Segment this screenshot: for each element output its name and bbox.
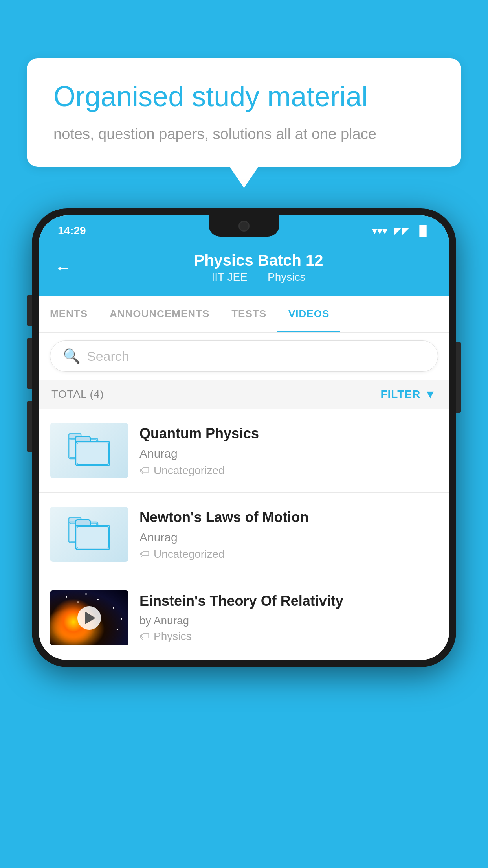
batch-category: IIT JEE — [212, 271, 248, 283]
video-list: Quantum Physics Anurag 🏷 Uncategorized — [39, 409, 449, 660]
header-title-block: Physics Batch 12 IIT JEE Physics — [84, 252, 433, 283]
video-info-1: Quantum Physics Anurag 🏷 Uncategorized — [139, 423, 438, 477]
video-author-1: Anurag — [139, 447, 438, 460]
video-author-2: Anurag — [139, 531, 438, 544]
tab-videos[interactable]: VIDEOS — [277, 296, 340, 332]
search-section: 🔍 Search — [39, 333, 449, 380]
video-tag-2: 🏷 Uncategorized — [139, 548, 438, 561]
tab-tests[interactable]: TESTS — [220, 296, 277, 332]
battery-icon: ▐▌ — [416, 225, 430, 237]
app-header: ← Physics Batch 12 IIT JEE Physics — [39, 242, 449, 296]
video-title-2: Newton's Laws of Motion — [139, 508, 438, 527]
filter-bar: TOTAL (4) FILTER ▼ — [39, 380, 449, 409]
video-title-1: Quantum Physics — [139, 425, 438, 443]
tag-icon-2: 🏷 — [139, 548, 150, 560]
tag-icon: 🏷 — [139, 464, 150, 476]
speech-bubble-headline: Organised study material — [53, 80, 435, 113]
total-count: TOTAL (4) — [51, 388, 104, 401]
phone-frame: 14:29 ▾▾▾ ◤◤ ▐▌ ← Physics Batch 12 IIT J… — [32, 208, 456, 667]
play-button[interactable] — [77, 606, 101, 630]
video-folder-icon-1 — [50, 423, 128, 478]
search-bar[interactable]: 🔍 Search — [50, 340, 438, 372]
batch-subject: Physics — [268, 271, 305, 283]
tag-label-2: Uncategorized — [154, 548, 225, 561]
phone-volume-down-1 — [27, 338, 32, 389]
list-item[interactable]: Newton's Laws of Motion Anurag 🏷 Uncateg… — [39, 493, 449, 576]
phone-volume-down-2 — [27, 401, 32, 452]
tabs-bar: MENTS ANNOUNCEMENTS TESTS VIDEOS — [39, 296, 449, 333]
search-icon: 🔍 — [63, 348, 81, 364]
tag-icon-3: 🏷 — [139, 630, 150, 642]
video-info-3: Einstein's Theory Of Relativity by Anura… — [139, 590, 438, 643]
batch-subtitle: IIT JEE Physics — [208, 271, 310, 283]
video-folder-icon-2 — [50, 507, 128, 562]
video-tag-3: 🏷 Physics — [139, 630, 438, 643]
video-title-3: Einstein's Theory Of Relativity — [139, 592, 438, 611]
wifi-icon: ▾▾▾ — [372, 225, 387, 237]
signal-icon: ◤◤ — [394, 225, 409, 237]
filter-funnel-icon: ▼ — [424, 388, 437, 401]
play-triangle-icon — [85, 612, 95, 624]
list-item[interactable]: Einstein's Theory Of Relativity by Anura… — [39, 576, 449, 660]
tab-announcements[interactable]: ANNOUNCEMENTS — [99, 296, 220, 332]
tab-ments[interactable]: MENTS — [39, 296, 99, 332]
video-thumbnail-3 — [50, 590, 128, 645]
video-author-3: by Anurag — [139, 614, 438, 627]
phone-screen: 14:29 ▾▾▾ ◤◤ ▐▌ ← Physics Batch 12 IIT J… — [39, 215, 449, 660]
phone-notch — [209, 215, 279, 237]
back-button[interactable]: ← — [55, 259, 72, 276]
speech-bubble-card: Organised study material notes, question… — [27, 58, 461, 167]
list-item[interactable]: Quantum Physics Anurag 🏷 Uncategorized — [39, 409, 449, 493]
filter-label: FILTER — [380, 388, 420, 401]
speech-bubble-subtext: notes, question papers, solutions all at… — [53, 124, 435, 145]
phone-power-button — [456, 342, 461, 413]
filter-button[interactable]: FILTER ▼ — [380, 388, 437, 401]
search-input[interactable]: Search — [87, 349, 129, 364]
phone-volume-up — [27, 295, 32, 326]
status-time: 14:29 — [58, 224, 86, 237]
front-camera — [238, 221, 250, 232]
phone-frame-wrapper: 14:29 ▾▾▾ ◤◤ ▐▌ ← Physics Batch 12 IIT J… — [32, 208, 456, 667]
video-tag-1: 🏷 Uncategorized — [139, 464, 438, 477]
speech-bubble-section: Organised study material notes, question… — [27, 58, 461, 167]
status-icons: ▾▾▾ ◤◤ ▐▌ — [372, 225, 430, 237]
batch-title: Physics Batch 12 — [194, 252, 323, 269]
tag-label-1: Uncategorized — [154, 464, 225, 477]
video-info-2: Newton's Laws of Motion Anurag 🏷 Uncateg… — [139, 507, 438, 561]
tag-label-3: Physics — [154, 630, 191, 643]
